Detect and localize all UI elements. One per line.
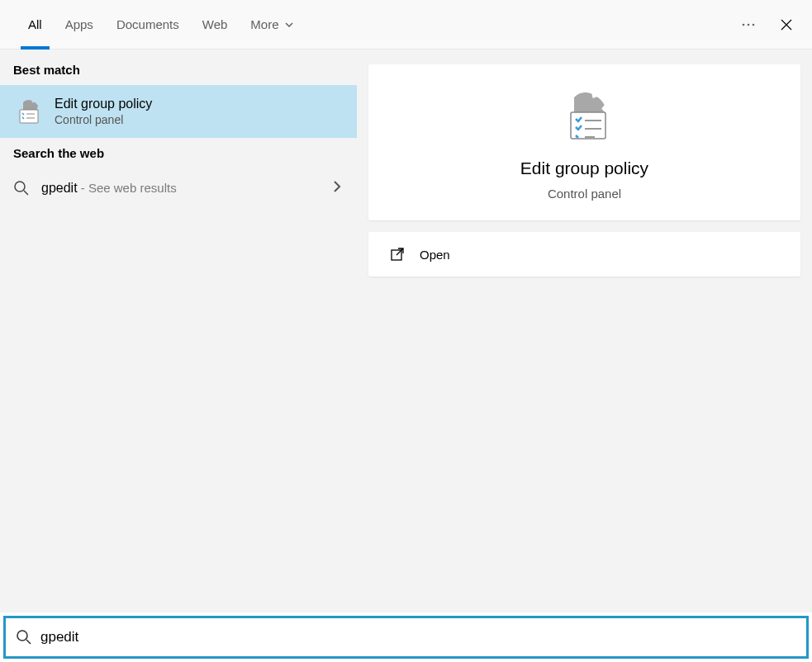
best-match-title: Edit group policy xyxy=(55,97,152,111)
close-icon xyxy=(780,18,793,31)
svg-point-7 xyxy=(17,631,27,641)
web-result-row[interactable]: gpedit - See web results xyxy=(0,168,357,208)
tab-more[interactable]: More xyxy=(239,0,305,50)
ellipsis-icon xyxy=(740,17,757,33)
preview-title: Edit group policy xyxy=(385,158,784,178)
more-options-button[interactable] xyxy=(729,6,767,44)
search-web-header: Search the web xyxy=(0,138,357,168)
best-match-text: Edit group policy Control panel xyxy=(55,97,152,126)
best-match-result[interactable]: Edit group policy Control panel xyxy=(0,85,357,138)
action-open-label: Open xyxy=(420,248,450,262)
preview-panel: Edit group policy Control panel Open xyxy=(357,50,812,612)
search-icon xyxy=(16,629,32,645)
best-match-header: Best match xyxy=(0,54,357,85)
tab-apps[interactable]: Apps xyxy=(54,0,105,50)
svg-point-0 xyxy=(743,23,745,26)
results-panel: Best match Edit group policy Control pan… xyxy=(0,50,357,612)
web-result-term: gpedit xyxy=(41,181,78,195)
chevron-right-icon xyxy=(332,179,342,197)
chevron-down-icon xyxy=(284,20,294,30)
search-input[interactable] xyxy=(40,629,796,645)
svg-point-2 xyxy=(753,23,755,26)
close-button[interactable] xyxy=(767,6,805,44)
tab-web[interactable]: Web xyxy=(191,0,240,50)
gpedit-large-icon xyxy=(556,87,614,145)
web-result-suffix: - See web results xyxy=(78,181,177,195)
svg-rect-5 xyxy=(571,112,605,139)
svg-point-4 xyxy=(15,182,25,192)
best-match-sub: Control panel xyxy=(55,113,152,126)
tabs-row: All Apps Documents Web More xyxy=(0,0,812,50)
gpedit-small-icon xyxy=(13,97,43,126)
tab-documents[interactable]: Documents xyxy=(105,0,191,50)
tab-all[interactable]: All xyxy=(17,0,54,50)
open-icon xyxy=(390,247,405,262)
search-bar[interactable] xyxy=(3,616,809,659)
action-open[interactable]: Open xyxy=(368,232,800,277)
content-area: Best match Edit group policy Control pan… xyxy=(0,50,812,612)
svg-rect-3 xyxy=(20,110,38,123)
web-result-label: gpedit - See web results xyxy=(41,181,177,196)
svg-point-1 xyxy=(748,23,750,26)
preview-card: Edit group policy Control panel xyxy=(368,64,800,220)
search-icon xyxy=(13,180,30,196)
tab-more-label: More xyxy=(250,17,278,31)
preview-sub: Control panel xyxy=(385,187,784,201)
action-list: Open xyxy=(368,232,800,277)
